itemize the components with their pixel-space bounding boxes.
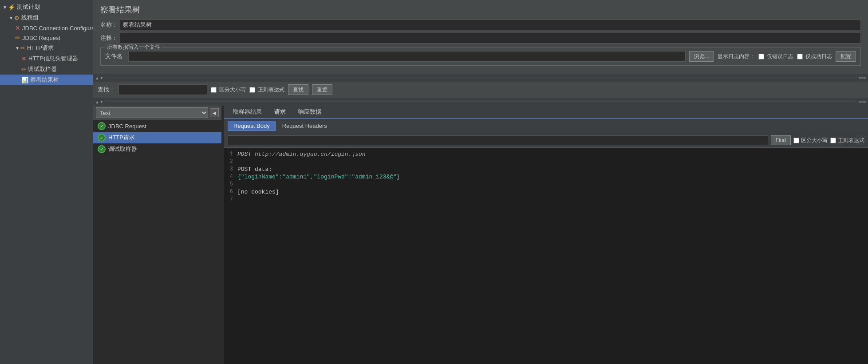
sub-tab-request-body[interactable]: Request Body: [228, 121, 276, 131]
tab-response-data[interactable]: 响应数据: [293, 106, 327, 118]
sidebar-item-label: 察看结果树: [30, 76, 59, 84]
search-input[interactable]: [118, 84, 207, 95]
divider-handle-2: ≈≈≈: [859, 99, 866, 104]
detail-regex-checkbox[interactable]: [830, 138, 836, 143]
sidebar-item-label: HTTP信息头管理器: [28, 55, 78, 63]
file-group: 所有数据写入一个文件 文件名 浏览... 显示日志内容： 仅错误日志 仅成功日志…: [100, 47, 861, 66]
comment-input[interactable]: [120, 33, 861, 44]
case-sensitive-checkbox[interactable]: [211, 87, 217, 93]
line-content-2: [237, 158, 241, 165]
sidebar-item-jdbc-request[interactable]: ✏ JDBC Request: [0, 33, 93, 43]
file-label: 文件名: [105, 52, 125, 60]
collapse-arrow-2[interactable]: ▼: [99, 75, 104, 80]
top-panel: 察看结果树 名称： 注释： 所有数据写入一个文件 文件名 浏览... 显示日志内…: [93, 0, 868, 74]
file-row: 文件名 浏览... 显示日志内容： 仅错误日志 仅成功日志 配置: [105, 51, 856, 62]
list-item-label-debug: 调试取样器: [108, 145, 137, 153]
comment-label: 注释：: [100, 34, 120, 42]
debug-icon: ✏: [21, 66, 26, 73]
sidebar-item-test-plan[interactable]: ▼ ⚡ 测试计划: [0, 2, 93, 12]
list-item-debug[interactable]: ✓ 调试取样器: [93, 143, 221, 155]
file-input[interactable]: [128, 51, 686, 62]
line-num-7: 7: [224, 196, 237, 202]
tab-sampler-result[interactable]: 取样器结果: [228, 106, 267, 118]
line-content-4: {"loginName":"admin1","loginPwd":"admin_…: [237, 174, 400, 180]
regex-label: 正则表达式: [249, 86, 284, 94]
divider-handle: ≈≈≈: [859, 75, 866, 80]
log-label: 显示日志内容：: [718, 53, 755, 60]
status-icon-jdbc: ✓: [98, 122, 106, 130]
line-num-5: 5: [224, 181, 237, 187]
collapse-arrow-4[interactable]: ▼: [99, 99, 104, 104]
sidebar-item-result-tree[interactable]: 📊 察看结果树: [0, 75, 93, 85]
sidebar: ▼ ⚡ 测试计划 ▼ ⚙ 线程组 ✕ JDBC Connection Confi…: [0, 0, 93, 364]
detail-case-checkbox[interactable]: [793, 138, 799, 143]
collapse-button[interactable]: ◀: [210, 108, 219, 117]
line-content-7: [237, 196, 241, 203]
main-tabs: 取样器结果 请求 响应数据: [224, 106, 868, 119]
sidebar-item-label: HTTP请求: [27, 44, 54, 52]
find-button[interactable]: 查找: [288, 84, 308, 95]
success-log-checkbox[interactable]: [797, 54, 803, 59]
sidebar-item-label: 调试取样器: [28, 65, 57, 73]
code-line-4: 4 {"loginName":"admin1","loginPwd":"admi…: [224, 173, 868, 181]
name-input[interactable]: [120, 20, 861, 30]
sidebar-item-label: JDBC Request: [22, 35, 60, 41]
wrench-icon-2: ✏: [15, 34, 20, 41]
sub-tabs: Request Body Request Headers: [224, 119, 868, 133]
sidebar-item-thread-group[interactable]: ▼ ⚙ 线程组: [0, 12, 93, 23]
list-header: Text HTML JSON XML RegExp Tester ◀: [93, 106, 221, 120]
name-row: 名称：: [100, 20, 861, 30]
file-group-legend: 所有数据写入一个文件: [105, 44, 162, 51]
list-item-jdbc[interactable]: ✓ JDBC Request: [93, 120, 221, 132]
sidebar-item-http-request[interactable]: ▼ ✏ HTTP请求: [0, 43, 93, 53]
list-item-label-http: HTTP请求: [108, 134, 135, 142]
line-content-5: [237, 181, 241, 188]
code-line-3: 3 POST data:: [224, 166, 868, 173]
config-button[interactable]: 配置: [836, 51, 856, 62]
code-line-6: 6 [no cookies]: [224, 188, 868, 196]
browse-button[interactable]: 浏览...: [689, 51, 714, 62]
collapse-arrow-3[interactable]: ▲: [95, 99, 99, 104]
detail-search-input[interactable]: [228, 135, 768, 145]
reset-button[interactable]: 重置: [312, 84, 332, 95]
plan-icon: ⚡: [8, 4, 15, 11]
sub-tab-request-headers[interactable]: Request Headers: [276, 121, 333, 131]
line-content-1: POST http://admin.qyguo.cn/login.json: [237, 151, 366, 158]
line-content-3: POST data:: [237, 166, 272, 173]
line-num-6: 6: [224, 189, 237, 195]
status-icon-debug: ✓: [98, 145, 106, 153]
sidebar-item-http-header[interactable]: ✕ HTTP信息头管理器: [0, 53, 93, 64]
code-view: 1 POST http://admin.qyguo.cn/login.json …: [224, 148, 868, 364]
sidebar-item-debug-sampler[interactable]: ✏ 调试取样器: [0, 64, 93, 75]
list-item-label-jdbc: JDBC Request: [108, 123, 146, 130]
line-num-4: 4: [224, 174, 237, 180]
divider-line: [106, 78, 857, 78]
collapse-arrow-1[interactable]: ▲: [95, 75, 99, 80]
error-log-label: 仅错误日志: [758, 53, 793, 60]
divider-2: ▲ ▼ ≈≈≈: [93, 98, 868, 106]
name-label: 名称：: [100, 21, 120, 29]
chart-icon: 📊: [21, 77, 28, 83]
sidebar-item-jdbc-connection[interactable]: ✕ JDBC Connection Configuration: [0, 23, 93, 33]
line-num-1: 1: [224, 151, 237, 157]
regex-checkbox[interactable]: [249, 87, 255, 93]
bottom-panel: Text HTML JSON XML RegExp Tester ◀ ✓ JDB…: [93, 106, 868, 364]
sidebar-item-label: 测试计划: [17, 3, 40, 11]
search-row: 查找： 区分大小写 正则表达式 查找 重置: [93, 82, 868, 98]
detail-case-label: 区分大小写: [793, 137, 828, 144]
format-dropdown[interactable]: Text HTML JSON XML RegExp Tester: [96, 107, 208, 118]
http-icon: ✏: [20, 45, 25, 51]
header-icon: ✕: [21, 55, 27, 62]
divider-line-2: [106, 102, 857, 102]
main-content: 察看结果树 名称： 注释： 所有数据写入一个文件 文件名 浏览... 显示日志内…: [93, 0, 868, 364]
sidebar-item-label: 线程组: [21, 14, 39, 22]
divider-1: ▲ ▼ ≈≈≈: [93, 74, 868, 82]
error-log-checkbox[interactable]: [758, 54, 764, 59]
list-panel: Text HTML JSON XML RegExp Tester ◀ ✓ JDB…: [93, 106, 222, 364]
detail-find-button[interactable]: Find: [771, 135, 791, 145]
arrow-icon: ▼: [3, 5, 7, 10]
wrench-icon: ✕: [15, 24, 20, 32]
tab-request[interactable]: 请求: [269, 106, 291, 119]
list-item-http[interactable]: ✓ HTTP请求: [93, 132, 221, 143]
code-line-7: 7: [224, 196, 868, 203]
